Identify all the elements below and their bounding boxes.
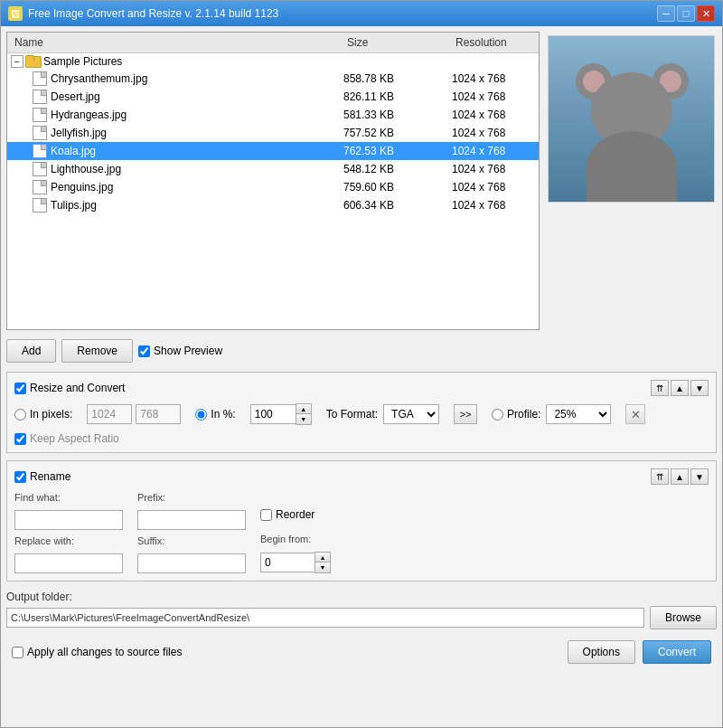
table-row[interactable]: Tulips.jpg 606.34 KB 1024 x 768	[7, 196, 539, 214]
clear-profile-button[interactable]: ✕	[625, 404, 645, 424]
file-name: Chrysanthemum.jpg	[51, 72, 336, 85]
file-icon	[33, 198, 47, 213]
apply-all-label[interactable]: Apply all changes to source files	[12, 646, 182, 658]
file-icon	[33, 71, 47, 86]
format-select[interactable]: TGA JPEG PNG BMP GIF TIFF	[383, 404, 439, 424]
pixel-inputs	[87, 404, 181, 424]
keep-aspect-checkbox[interactable]	[14, 433, 26, 445]
file-name: Lighthouse.jpg	[51, 163, 336, 175]
find-what-input[interactable]	[14, 510, 123, 530]
rename-prefix-col: Prefix: Suffix:	[137, 492, 246, 573]
profile-radio[interactable]	[492, 409, 503, 421]
file-size: 858.78 KB	[336, 72, 445, 85]
file-icon	[33, 108, 47, 122]
rename-panel-down-button[interactable]: ▼	[690, 468, 709, 485]
prefix-label: Prefix:	[137, 492, 246, 503]
show-preview-checkbox-label[interactable]: Show Preview	[138, 345, 222, 357]
file-name: Tulips.jpg	[51, 199, 336, 212]
resize-panel: Resize and Convert ⇈ ▲ ▼ In pixels:	[6, 372, 717, 453]
rename-panel-label: Rename	[30, 470, 70, 483]
main-window: 🖼 Free Image Convert and Resize v. 2.1.1…	[0, 0, 723, 728]
in-pixels-radio[interactable]	[14, 409, 26, 421]
show-preview-label: Show Preview	[154, 345, 222, 357]
begin-from-spin-down[interactable]: ▼	[315, 563, 330, 572]
begin-from-input[interactable]	[260, 553, 315, 572]
width-input[interactable]	[87, 404, 132, 424]
file-size: 606.34 KB	[336, 199, 445, 212]
window-controls: ─ □ ✕	[657, 5, 715, 22]
show-preview-checkbox[interactable]	[138, 345, 150, 357]
file-icon	[33, 162, 47, 176]
resize-panel-up-button[interactable]: ▲	[671, 380, 689, 396]
rename-panel-top-button[interactable]: ⇈	[651, 468, 669, 485]
top-section: Name Size Resolution − Sample Pictures C…	[6, 32, 717, 330]
in-percent-radio-label[interactable]: In %:	[195, 408, 235, 421]
file-size: 826.11 KB	[336, 90, 445, 103]
file-name: Koala.jpg	[51, 145, 336, 157]
rename-panel-checkbox[interactable]	[14, 471, 26, 483]
table-row[interactable]: Hydrangeas.jpg 581.33 KB 1024 x 768	[7, 106, 539, 124]
in-pixels-radio-label[interactable]: In pixels:	[14, 408, 72, 421]
convert-button[interactable]: Convert	[643, 640, 711, 664]
to-format-label: To Format:	[326, 408, 378, 421]
table-row[interactable]: Desert.jpg 826.11 KB 1024 x 768	[7, 88, 539, 106]
rename-reorder-col: Reorder Begin from: ▲ ▼	[260, 492, 331, 573]
bottom-buttons: Options Convert	[568, 640, 711, 664]
resize-panel-down-button[interactable]: ▼	[690, 380, 709, 396]
resize-panel-top-button[interactable]: ⇈	[651, 380, 669, 396]
apply-all-text: Apply all changes to source files	[27, 646, 182, 658]
profile-radio-label[interactable]: Profile:	[492, 408, 540, 421]
file-resolution: 1024 x 768	[445, 72, 535, 85]
table-row[interactable]: Chrysanthemum.jpg 858.78 KB 1024 x 768	[7, 70, 539, 88]
file-resolution: 1024 x 768	[445, 163, 535, 175]
height-input[interactable]	[136, 404, 181, 424]
minimize-button[interactable]: ─	[657, 5, 675, 22]
resize-panel-checkbox[interactable]	[14, 383, 26, 394]
file-resolution: 1024 x 768	[445, 199, 535, 212]
replace-with-label: Replace with:	[14, 535, 123, 546]
koala-body	[587, 131, 677, 203]
apply-all-checkbox[interactable]	[12, 647, 23, 658]
format-arrow-button[interactable]: >>	[454, 404, 477, 424]
begin-from-input-group: ▲ ▼	[260, 552, 331, 573]
table-row[interactable]: Lighthouse.jpg 548.12 KB 1024 x 768	[7, 160, 539, 178]
table-row[interactable]: Jellyfish.jpg 757.52 KB 1024 x 768	[7, 124, 539, 142]
output-folder-label: Output folder:	[6, 591, 717, 603]
rename-panel-up-button[interactable]: ▲	[671, 468, 689, 485]
percent-input[interactable]	[250, 404, 296, 424]
profile-label: Profile:	[507, 408, 540, 421]
reorder-checkbox-label[interactable]: Reorder	[260, 508, 331, 521]
suffix-label: Suffix:	[137, 535, 246, 546]
reorder-label: Reorder	[276, 508, 315, 521]
add-button[interactable]: Add	[6, 339, 56, 363]
bottom-bar: Apply all changes to source files Option…	[6, 637, 717, 669]
maximize-button[interactable]: □	[677, 5, 695, 22]
options-button[interactable]: Options	[568, 640, 635, 664]
begin-from-spin-up[interactable]: ▲	[315, 553, 330, 563]
rename-content: Find what: Replace with: Prefix: Suffix:	[14, 492, 709, 573]
output-row: Browse	[6, 606, 717, 629]
folder-expand-button[interactable]: −	[11, 55, 23, 68]
percent-spin-up[interactable]: ▲	[296, 404, 311, 414]
replace-with-input[interactable]	[14, 553, 123, 573]
close-button[interactable]: ✕	[697, 5, 715, 22]
percent-spin-down[interactable]: ▼	[296, 414, 311, 424]
reorder-checkbox[interactable]	[260, 509, 272, 521]
file-size: 757.52 KB	[336, 127, 445, 139]
remove-button[interactable]: Remove	[61, 339, 133, 363]
suffix-input[interactable]	[137, 553, 246, 573]
prefix-input[interactable]	[137, 510, 246, 530]
file-button-row: Add Remove Show Preview	[6, 334, 717, 368]
folder-row[interactable]: − Sample Pictures	[7, 53, 539, 70]
rename-panel: Rename ⇈ ▲ ▼ Find what: Replace with:	[6, 460, 717, 581]
file-name: Hydrangeas.jpg	[51, 109, 336, 121]
folder-icon	[25, 55, 40, 68]
profile-select[interactable]: 25% 50% 75% 100% Custom	[546, 404, 611, 424]
table-row[interactable]: Penguins.jpg 759.60 KB 1024 x 768	[7, 178, 539, 196]
table-row[interactable]: Koala.jpg 762.53 KB 1024 x 768	[7, 142, 539, 160]
in-percent-radio[interactable]	[195, 409, 207, 421]
browse-button[interactable]: Browse	[650, 606, 717, 629]
output-path-input[interactable]	[6, 608, 644, 628]
output-section: Output folder: Browse	[6, 585, 717, 633]
file-list-body[interactable]: − Sample Pictures Chrysanthemum.jpg 858.…	[7, 53, 539, 329]
